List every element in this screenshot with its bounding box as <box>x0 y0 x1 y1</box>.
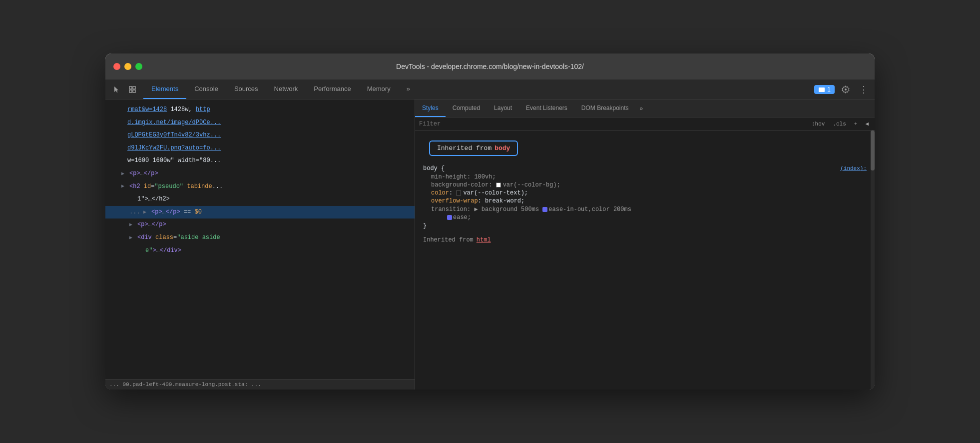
styles-tabs-more[interactable]: » <box>636 100 647 117</box>
toolbar-icons <box>109 82 139 96</box>
devtools-window: DevTools - developer.chrome.com/blog/new… <box>105 54 875 390</box>
html-line: gLQPGtEG3y0fTn4v82/3vhz... <box>105 129 415 142</box>
html-line: rmat&w=1428 1428w, http <box>105 104 415 116</box>
toolbar-right: 1 ⋮ <box>814 82 871 96</box>
html-line: ▶ <p> … </p> <box>105 218 415 232</box>
styles-panel: Styles Computed Layout Event Listeners D… <box>415 100 875 390</box>
html-line: w=1600 1600w" width="80... <box>105 154 415 168</box>
html-line: d.imgix.net/image/dPDCe... <box>105 116 415 130</box>
minimize-button[interactable] <box>124 63 131 70</box>
more-options-icon[interactable]: ⋮ <box>857 82 871 96</box>
css-property-color: color : var(--color-text) ; <box>415 189 875 197</box>
expand-arrow[interactable]: ▶ <box>143 208 149 217</box>
tab-performance[interactable]: Performance <box>306 80 359 99</box>
inherited-from-header: Inherited from body <box>421 136 869 160</box>
tab-event-listeners[interactable]: Event Listeners <box>519 100 574 117</box>
css-source[interactable]: (index): <box>840 166 867 172</box>
expand-arrow[interactable]: ▶ <box>121 170 127 178</box>
devtools-content: rmat&w=1428 1428w, http d.imgix.net/imag… <box>105 100 875 390</box>
html-link[interactable]: d9lJKcYw2FU.png?auto=fo... <box>127 143 221 154</box>
html-tree: rmat&w=1428 1428w, http d.imgix.net/imag… <box>105 100 415 379</box>
svg-rect-2 <box>129 90 132 92</box>
inherited-label: Inherited from <box>437 144 491 152</box>
html-line: e" > … </div> <box>105 244 415 258</box>
svg-rect-3 <box>133 90 135 92</box>
html-line: 1">…</h2> <box>105 193 415 206</box>
css-property-transition-ease: ease ; <box>415 214 875 222</box>
expand-arrow[interactable]: ▶ <box>129 220 135 230</box>
html-link[interactable]: rmat&w=1428 <box>127 104 167 116</box>
inherited-tag[interactable]: body <box>494 144 510 152</box>
scrollbar-thumb[interactable] <box>871 130 875 170</box>
css-rule-body: body { (index): min-height : 100vh ; <box>415 162 875 232</box>
html-panel: rmat&w=1428 1428w, http d.imgix.net/imag… <box>105 100 415 390</box>
maximize-button[interactable] <box>135 63 142 70</box>
filter-buttons: :hov .cls + ◀ <box>810 120 871 128</box>
svg-point-5 <box>845 88 847 90</box>
inherited-html-link[interactable]: html <box>477 236 491 244</box>
title-bar: DevTools - developer.chrome.com/blog/new… <box>105 54 875 80</box>
notification-badge[interactable]: 1 <box>814 85 835 94</box>
window-title: DevTools - developer.chrome.com/blog/new… <box>396 62 584 70</box>
tab-dom-breakpoints[interactable]: DOM Breakpoints <box>574 100 636 117</box>
svg-rect-0 <box>129 86 132 89</box>
expand-arrow[interactable]: ▶ <box>129 234 135 242</box>
filter-input[interactable] <box>419 120 810 128</box>
css-property-transition: transition : ▶ background 500ms ease-in-… <box>415 205 875 214</box>
tab-elements[interactable]: Elements <box>143 80 186 99</box>
traffic-lights <box>113 63 142 70</box>
checkbox-ease2[interactable] <box>447 215 452 220</box>
tab-more[interactable]: » <box>399 80 418 99</box>
toggle-button[interactable]: ◀ <box>863 120 871 128</box>
html-link[interactable]: gLQPGtEG3y0fTn4v82/3vhz... <box>127 130 221 141</box>
filter-bar: :hov .cls + ◀ <box>415 118 875 130</box>
checkbox-ease[interactable] <box>542 207 547 212</box>
styles-tabs: Styles Computed Layout Event Listeners D… <box>415 100 875 118</box>
tab-network[interactable]: Network <box>266 80 306 99</box>
settings-icon[interactable] <box>839 82 853 96</box>
tab-styles[interactable]: Styles <box>415 100 446 117</box>
html-line: ▶ <p> … </p> <box>105 168 415 180</box>
cursor-icon[interactable] <box>109 82 123 96</box>
devtools-container: Elements Console Sources Network Perform… <box>105 80 875 390</box>
css-close-brace: } <box>415 222 875 230</box>
add-button[interactable]: + <box>852 120 860 128</box>
inherited-from-html: Inherited from html <box>415 234 875 246</box>
css-content: Inherited from body body { (index): min-… <box>415 130 875 390</box>
html-line: d9lJKcYw2FU.png?auto=fo... <box>105 142 415 155</box>
tab-console[interactable]: Console <box>186 80 226 99</box>
css-property-background-color: background-color : var(--color-bg) ; <box>415 181 875 189</box>
scrollbar-track <box>871 130 875 390</box>
inspect-icon[interactable] <box>125 82 139 96</box>
css-property-overflow-wrap: overflow-wrap : break-word ; <box>415 197 875 205</box>
tab-layout[interactable]: Layout <box>487 100 519 117</box>
devtools-tabs: Elements Console Sources Network Perform… <box>143 80 814 99</box>
inherited-from-box: Inherited from body <box>429 140 518 156</box>
css-selector: body { <box>423 165 445 172</box>
devtools-toolbar: Elements Console Sources Network Perform… <box>105 80 875 100</box>
html-line: ▶ <h2 id = "pseudo" tabinde ... <box>105 180 415 194</box>
close-button[interactable] <box>113 63 120 70</box>
html-line: ▶ <div class = "aside aside <box>105 232 415 244</box>
color-swatch[interactable] <box>496 182 501 188</box>
svg-rect-1 <box>133 86 135 89</box>
color-swatch[interactable] <box>456 190 461 196</box>
html-link[interactable]: d.imgix.net/image/dPDCe... <box>127 118 221 128</box>
expand-arrow[interactable]: ▶ <box>121 182 127 191</box>
css-selector-line: body { (index): <box>415 164 875 173</box>
html-breadcrumb: ... 00.pad-left-400.measure-long.post.st… <box>105 379 415 390</box>
tab-sources[interactable]: Sources <box>226 80 266 99</box>
css-property-min-height: min-height : 100vh ; <box>415 173 875 181</box>
tab-computed[interactable]: Computed <box>446 100 487 117</box>
cls-button[interactable]: .cls <box>831 120 848 128</box>
hov-button[interactable]: :hov <box>810 120 827 128</box>
html-link[interactable]: http <box>196 104 210 116</box>
selected-element[interactable]: ... ▶ <p> … </p> == $0 <box>105 206 415 219</box>
tab-memory[interactable]: Memory <box>359 80 399 99</box>
